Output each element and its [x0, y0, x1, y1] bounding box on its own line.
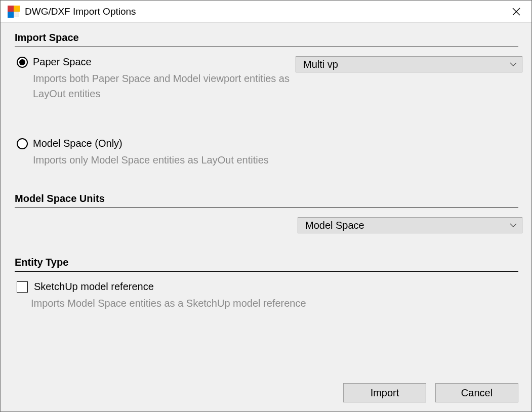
- model-space-units-heading: Model Space Units: [15, 193, 518, 208]
- model-space-desc: Imports only Model Space entities as Lay…: [17, 152, 296, 168]
- sketchup-ref-desc: Imports Model Space entities as a Sketch…: [15, 296, 522, 311]
- close-icon: [512, 8, 520, 16]
- paper-space-row: Paper Space Imports both Paper Space and…: [15, 56, 522, 101]
- model-space-units-dropdown[interactable]: Model Space: [298, 217, 522, 233]
- paper-space-desc: Imports both Paper Space and Model viewp…: [17, 71, 296, 101]
- chevron-down-icon: [510, 62, 517, 66]
- sketchup-ref-checkbox[interactable]: [17, 281, 28, 293]
- cancel-button[interactable]: Cancel: [435, 383, 518, 402]
- app-icon: [8, 6, 20, 18]
- dialog-content: Import Space Paper Space Imports both Pa…: [1, 23, 531, 411]
- paper-space-dropdown-value: Multi vp: [303, 59, 338, 70]
- paper-space-radio[interactable]: [17, 57, 28, 68]
- model-space-radio[interactable]: [17, 138, 28, 149]
- import-space-heading: Import Space: [15, 32, 518, 47]
- import-button[interactable]: Import: [343, 383, 426, 402]
- paper-space-dropdown[interactable]: Multi vp: [296, 56, 522, 72]
- model-space-units-value: Model Space: [305, 220, 364, 231]
- model-space-row: Model Space (Only) Imports only Model Sp…: [15, 138, 522, 168]
- sketchup-ref-label: SketchUp model reference: [34, 281, 154, 293]
- window-title: DWG/DXF Import Options: [25, 6, 505, 17]
- close-button[interactable]: [505, 4, 527, 20]
- dialog-footer: Import Cancel: [15, 383, 522, 402]
- paper-space-label: Paper Space: [33, 56, 92, 68]
- chevron-down-icon: [510, 223, 517, 227]
- model-space-label: Model Space (Only): [33, 138, 122, 149]
- entity-type-heading: Entity Type: [15, 257, 518, 272]
- titlebar: DWG/DXF Import Options: [1, 1, 531, 23]
